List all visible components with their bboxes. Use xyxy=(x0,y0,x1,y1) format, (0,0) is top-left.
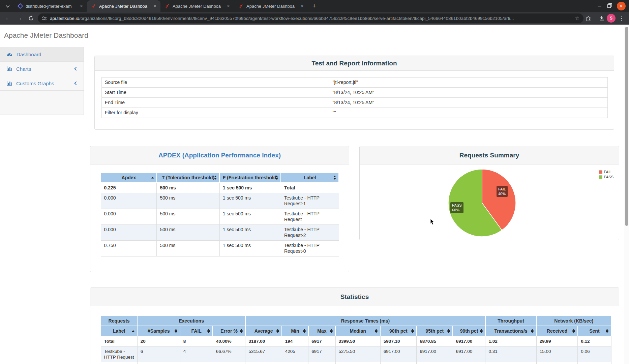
test-report-info-panel: Test and Report information Source file … xyxy=(94,56,614,130)
column-header-frustration[interactable]: F (Frustration threshold) xyxy=(219,173,281,183)
new-tab-button[interactable]: + xyxy=(310,2,319,10)
table-row: 0.000 500 ms 1 sec 500 ms Testkube - HTT… xyxy=(101,225,339,241)
info-name: End Time xyxy=(102,98,329,108)
restore-window-icon[interactable] xyxy=(607,4,611,8)
table-row: Filter for display "" xyxy=(102,108,608,118)
sort-icon xyxy=(275,176,278,180)
column-header-95pct[interactable]: 95th pct xyxy=(417,326,453,336)
sort-icon xyxy=(333,176,336,180)
tab-title: Apache JMeter Dashboa xyxy=(246,4,297,9)
extensions-puzzle-icon[interactable] xyxy=(586,15,592,21)
table-row-clipped: Testkube - HTTP Request-0 8 0 0.00% 402.… xyxy=(101,362,611,364)
column-header-error[interactable]: Error % xyxy=(213,326,245,336)
column-header-sent[interactable]: Sent xyxy=(578,326,611,336)
sidebar-item-customs-graphs[interactable]: Customs Graphs xyxy=(0,76,84,91)
column-header-label[interactable]: Label xyxy=(281,173,339,183)
column-header-toleration[interactable]: T (Toleration threshold) xyxy=(157,173,219,183)
chevron-down-icon xyxy=(6,4,9,7)
scrollbar-thumb[interactable] xyxy=(625,27,628,226)
table-row: 0.225 500 ms 1 sec 500 ms Total xyxy=(101,183,339,193)
back-button[interactable]: ← xyxy=(3,13,13,23)
column-header-90pct[interactable]: 90th pct xyxy=(380,326,416,336)
toolbar-divider xyxy=(595,15,595,21)
legend-swatch-pass xyxy=(599,175,602,179)
url-text[interactable]: api.testkube.io/organizations/tkcorg_b8d… xyxy=(50,16,572,21)
download-icon[interactable] xyxy=(599,15,605,21)
browser-menu-button[interactable]: ⋮ xyxy=(618,15,626,22)
sort-icon xyxy=(606,329,608,333)
close-icon[interactable]: × xyxy=(79,3,84,9)
sidebar-item-label: Customs Graphs xyxy=(16,81,71,86)
cell: 1 sec 500 ms xyxy=(219,193,281,209)
cell: 500 ms xyxy=(157,183,219,193)
bookmark-star-icon[interactable]: ☆ xyxy=(575,15,579,21)
forward-button[interactable]: → xyxy=(15,13,24,23)
diamond-gem-icon xyxy=(18,3,23,9)
tab-title: Apache JMeter Dashboa xyxy=(99,4,149,9)
column-header-samples[interactable]: #Samples xyxy=(137,326,180,336)
close-window-icon[interactable]: × xyxy=(617,2,626,10)
pie-label-fail: FAIL 40% xyxy=(497,186,508,197)
table-row: 0.750 500 ms 1 sec 500 ms Testkube - HTT… xyxy=(101,241,339,256)
sort-icon xyxy=(411,329,414,333)
site-settings-tune-icon[interactable] xyxy=(42,16,47,21)
url-bar[interactable]: api.testkube.io/organizations/tkcorg_b8d… xyxy=(38,13,583,23)
mouse-cursor xyxy=(430,218,435,225)
column-header-received[interactable]: Received xyxy=(536,326,578,336)
statistics-panel: Statistics Requests Executions Response … xyxy=(90,287,619,364)
tab-search-button[interactable] xyxy=(3,1,13,11)
column-header-apdex[interactable]: Apdex xyxy=(101,173,157,183)
sort-icon xyxy=(375,329,378,333)
reload-button[interactable] xyxy=(26,13,36,23)
panel-title: Test and Report information xyxy=(312,60,397,67)
column-header-transactions[interactable]: Transactions/s xyxy=(485,326,536,336)
close-icon[interactable]: × xyxy=(299,3,305,9)
sidebar-item-label: Dashboard xyxy=(17,52,79,57)
cell: 0.750 xyxy=(101,241,157,256)
bar-chart-icon xyxy=(7,81,12,86)
sidebar-item-charts[interactable]: Charts xyxy=(0,62,84,76)
legend-item-fail[interactable]: FAIL xyxy=(599,170,613,174)
cell: 1 sec 500 ms xyxy=(219,241,281,256)
cell: Testkube - HTTP Request-1 xyxy=(281,193,339,209)
tab-jmeter-dashboard-2[interactable]: Apache JMeter Dashboa × xyxy=(160,0,234,12)
table-row-total: Total 20 8 40.00% 3187.00 194 6917 3399.… xyxy=(101,336,611,346)
sort-icon xyxy=(447,329,450,333)
sort-icon xyxy=(480,329,483,333)
column-header-average[interactable]: Average xyxy=(245,326,282,336)
profile-avatar[interactable]: S xyxy=(607,14,616,23)
cell: Testkube - HTTP Request-2 xyxy=(281,225,339,241)
url-path: /organizations/tkcorg_b8ddc820d4919590/e… xyxy=(79,16,514,21)
sort-icon xyxy=(303,329,306,333)
column-header-99pct[interactable]: 99th pct xyxy=(453,326,485,336)
chevron-left-icon xyxy=(74,81,78,85)
sidebar-item-dashboard[interactable]: Dashboard xyxy=(0,47,84,62)
tab-jmeter-dashboard-active[interactable]: Apache JMeter Dashboa × xyxy=(87,0,160,12)
column-header-median[interactable]: Median xyxy=(335,326,380,336)
legend-item-pass[interactable]: PASS xyxy=(599,175,613,179)
browser-toolbar: ← → api.testkube.io/organizations/tkcorg… xyxy=(0,12,629,25)
column-header-fail[interactable]: FAIL xyxy=(180,326,213,336)
close-icon[interactable]: × xyxy=(152,3,158,9)
table-row: Source file "jtl-report.jtl" xyxy=(102,78,608,88)
sort-asc-icon xyxy=(132,330,134,332)
column-header-min[interactable]: Min xyxy=(282,326,308,336)
page-title: Apache JMeter Dashboard xyxy=(4,31,88,39)
chevron-left-icon xyxy=(74,67,78,70)
column-header-label[interactable]: Label xyxy=(101,326,137,336)
close-icon[interactable]: × xyxy=(226,3,231,9)
info-value: "8/13/24, 10:25 AM" xyxy=(329,98,608,108)
cell: 1 sec 500 ms xyxy=(219,225,281,241)
column-header-max[interactable]: Max xyxy=(308,326,335,336)
minimize-icon[interactable] xyxy=(598,6,601,6)
tab-jmeter-dashboard-3[interactable]: Apache JMeter Dashboa × xyxy=(234,0,308,12)
cell: Total xyxy=(281,183,339,193)
legend-swatch-fail xyxy=(599,170,602,174)
cell: 0.000 xyxy=(101,209,157,225)
cell: 0.000 xyxy=(101,225,157,241)
sort-icon xyxy=(207,329,210,333)
window-controls: × xyxy=(598,0,626,12)
tab-title: distributed-jmeter-exam xyxy=(26,4,76,9)
tab-distributed-jmeter[interactable]: distributed-jmeter-exam × xyxy=(13,0,87,12)
page-scrollbar[interactable] xyxy=(624,25,629,364)
